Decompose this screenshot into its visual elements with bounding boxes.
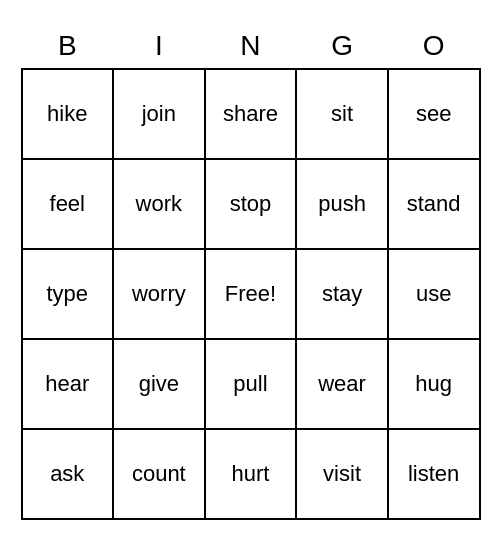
cell-1-0: feel	[22, 159, 114, 249]
cell-3-1: give	[113, 339, 205, 429]
cell-2-2: Free!	[205, 249, 297, 339]
cell-2-4: use	[388, 249, 480, 339]
cell-3-2: pull	[205, 339, 297, 429]
cell-0-1: join	[113, 69, 205, 159]
cell-2-1: worry	[113, 249, 205, 339]
table-row: feelworkstoppushstand	[22, 159, 480, 249]
cell-2-0: type	[22, 249, 114, 339]
cell-4-4: listen	[388, 429, 480, 519]
cell-4-3: visit	[296, 429, 388, 519]
cell-0-0: hike	[22, 69, 114, 159]
header-g: G	[296, 24, 388, 69]
cell-0-4: see	[388, 69, 480, 159]
cell-0-3: sit	[296, 69, 388, 159]
table-row: typeworryFree!stayuse	[22, 249, 480, 339]
bingo-body: hikejoinsharesitseefeelworkstoppushstand…	[22, 69, 480, 519]
cell-2-3: stay	[296, 249, 388, 339]
cell-0-2: share	[205, 69, 297, 159]
table-row: askcounthurtvisitlisten	[22, 429, 480, 519]
header-n: N	[205, 24, 297, 69]
header-i: I	[113, 24, 205, 69]
table-row: heargivepullwearhug	[22, 339, 480, 429]
cell-4-2: hurt	[205, 429, 297, 519]
cell-4-1: count	[113, 429, 205, 519]
cell-1-1: work	[113, 159, 205, 249]
cell-1-4: stand	[388, 159, 480, 249]
cell-1-3: push	[296, 159, 388, 249]
cell-3-4: hug	[388, 339, 480, 429]
bingo-card: B I N G O hikejoinsharesitseefeelworksto…	[11, 14, 491, 530]
bingo-table: B I N G O hikejoinsharesitseefeelworksto…	[21, 24, 481, 520]
cell-3-0: hear	[22, 339, 114, 429]
header-o: O	[388, 24, 480, 69]
header-row: B I N G O	[22, 24, 480, 69]
cell-1-2: stop	[205, 159, 297, 249]
cell-3-3: wear	[296, 339, 388, 429]
header-b: B	[22, 24, 114, 69]
cell-4-0: ask	[22, 429, 114, 519]
table-row: hikejoinsharesitsee	[22, 69, 480, 159]
